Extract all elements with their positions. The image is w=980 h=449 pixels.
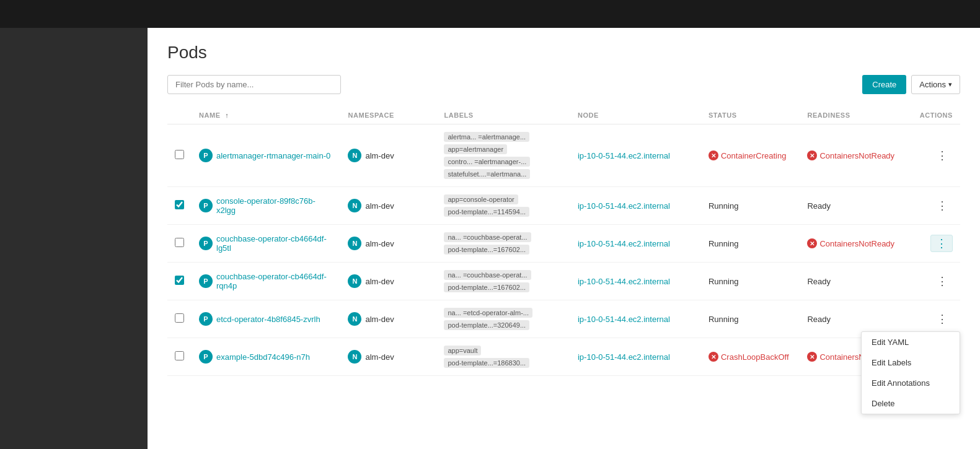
- row-checkbox[interactable]: [175, 313, 184, 323]
- row-readiness-cell: Ready: [800, 187, 911, 225]
- header-readiness: READINESS: [800, 107, 911, 124]
- row-checkbox[interactable]: [175, 200, 184, 209]
- node-link[interactable]: ip-10-0-51-44.ec2.internal: [578, 315, 670, 324]
- label-tag: na... =couchbase-operat...: [444, 232, 531, 242]
- header-status: STATUS: [701, 107, 800, 124]
- status-running-text: Running: [709, 239, 738, 248]
- namespace-type-icon: N: [348, 312, 361, 326]
- row-labels-cell: na... =etcd-operator-alm-...pod-template…: [436, 300, 570, 338]
- label-tag: alertma... =alertmanage...: [444, 132, 529, 142]
- pods-table: NAME ↑ NAMESPACE LABELS NODE STATUS READ…: [167, 107, 960, 376]
- row-name-cell: Pexample-5dbd74c496-n7h: [192, 338, 340, 376]
- row-actions-cell: ⋮: [911, 187, 960, 225]
- label-tag: app=console-operator: [444, 194, 518, 204]
- row-actions-button[interactable]: ⋮: [932, 147, 953, 163]
- row-actions-cell: ⋮: [911, 263, 960, 300]
- create-button[interactable]: Create: [862, 75, 906, 94]
- row-namespace-cell: Nalm-dev: [340, 187, 436, 225]
- pod-name-link[interactable]: etcd-operator-4b8f6845-zvrlh: [216, 315, 320, 324]
- sidebar: [0, 0, 148, 449]
- status-error-icon: ✕: [709, 352, 718, 362]
- row-checkbox-cell: [167, 263, 192, 300]
- row-status-cell: Running: [701, 225, 800, 263]
- dropdown-delete[interactable]: Delete: [862, 393, 960, 414]
- status-error-icon: ✕: [709, 150, 718, 160]
- label-tag: pod-template...=167602...: [444, 245, 529, 255]
- row-labels-cell: app=vaultpod-template...=186830...: [436, 338, 570, 376]
- pod-name-link[interactable]: example-5dbd74c496-n7h: [216, 352, 310, 362]
- node-link[interactable]: ip-10-0-51-44.ec2.internal: [578, 239, 670, 248]
- row-namespace-cell: Nalm-dev: [340, 338, 436, 376]
- topbar: [0, 0, 980, 28]
- page-title: Pods: [167, 43, 960, 63]
- row-readiness-cell: Ready: [800, 263, 911, 300]
- row-node-cell: ip-10-0-51-44.ec2.internal: [570, 338, 701, 376]
- row-status-cell: Running: [701, 187, 800, 225]
- row-node-cell: ip-10-0-51-44.ec2.internal: [570, 187, 701, 225]
- filter-input[interactable]: [167, 75, 341, 94]
- readiness-ok-text: Ready: [807, 201, 831, 211]
- readiness-error-icon: ✕: [807, 352, 817, 362]
- dropdown-edit-annotations[interactable]: Edit Annotations: [862, 373, 960, 393]
- namespace-type-icon: N: [348, 237, 361, 250]
- row-actions-button[interactable]: ⋮: [932, 273, 953, 289]
- header-name[interactable]: NAME ↑: [192, 107, 340, 124]
- label-tag: pod-template...=186830...: [444, 358, 529, 368]
- row-name-cell: Petcd-operator-4b8f6845-zvrlh: [192, 300, 340, 338]
- row-readiness-cell: ✕ContainersNotReady: [800, 225, 911, 263]
- dropdown-edit-labels[interactable]: Edit Labels: [862, 352, 960, 373]
- main-content: Pods Create Actions NAME ↑ NAMESPACE LAB…: [148, 28, 980, 449]
- row-labels-cell: alertma... =alertmanage...app=alertmanag…: [436, 124, 570, 187]
- label-tag: app=alertmanager: [444, 144, 507, 154]
- table-row: Pcouchbase-operator-cb4664df-rqn4pNalm-d…: [167, 263, 960, 300]
- sort-arrow-icon: ↑: [225, 111, 229, 119]
- row-checkbox[interactable]: [175, 351, 184, 360]
- row-actions-cell: ⋮: [911, 124, 960, 187]
- label-tag: statefulset....=alertmana...: [444, 169, 530, 179]
- row-actions-cell: ⋮: [911, 225, 960, 263]
- row-checkbox[interactable]: [175, 238, 184, 247]
- row-actions-button[interactable]: ⋮: [932, 311, 953, 327]
- node-link[interactable]: ip-10-0-51-44.ec2.internal: [578, 151, 670, 160]
- pod-name-link[interactable]: alertmanager-rtmanager-main-0: [216, 151, 330, 160]
- dropdown-edit-yaml[interactable]: Edit YAML: [862, 332, 960, 352]
- row-namespace-cell: Nalm-dev: [340, 225, 436, 263]
- pod-name-link[interactable]: console-operator-89f8c76b-x2lgg: [216, 196, 333, 215]
- row-checkbox[interactable]: [175, 150, 184, 159]
- node-link[interactable]: ip-10-0-51-44.ec2.internal: [578, 352, 670, 362]
- label-tag: pod-template...=114594...: [444, 207, 529, 217]
- actions-button[interactable]: Actions: [911, 75, 960, 94]
- row-checkbox-cell: [167, 300, 192, 338]
- pod-name-link[interactable]: couchbase-operator-cb4664df-lg5tl: [216, 234, 333, 253]
- row-name-cell: Pconsole-operator-89f8c76b-x2lgg: [192, 187, 340, 225]
- row-checkbox[interactable]: [175, 276, 184, 285]
- pod-type-icon: P: [199, 350, 213, 364]
- row-node-cell: ip-10-0-51-44.ec2.internal: [570, 263, 701, 300]
- pod-name-link[interactable]: couchbase-operator-cb4664df-rqn4p: [216, 272, 333, 290]
- label-tag: contro... =alertmanager-...: [444, 157, 530, 167]
- node-link[interactable]: ip-10-0-51-44.ec2.internal: [578, 277, 670, 286]
- status-running-text: Running: [709, 201, 738, 211]
- pod-type-icon: P: [199, 199, 213, 212]
- table-row: Palertmanager-rtmanager-main-0Nalm-deval…: [167, 124, 960, 187]
- row-labels-cell: na... =couchbase-operat...pod-template..…: [436, 225, 570, 263]
- row-checkbox-cell: [167, 338, 192, 376]
- row-name-cell: Pcouchbase-operator-cb4664df-rqn4p: [192, 263, 340, 300]
- row-labels-cell: app=console-operatorpod-template...=1145…: [436, 187, 570, 225]
- pod-type-icon: P: [199, 149, 213, 162]
- table-row: Pexample-5dbd74c496-n7hNalm-devapp=vault…: [167, 338, 960, 376]
- row-actions-button[interactable]: ⋮: [930, 235, 953, 252]
- row-actions-button[interactable]: ⋮: [932, 198, 953, 214]
- pod-type-icon: P: [199, 274, 213, 288]
- readiness-error-icon: ✕: [807, 238, 817, 248]
- label-tag: na... =etcd-operator-alm-...: [444, 308, 532, 318]
- row-readiness-cell: ✕ContainersNotReady: [800, 124, 911, 187]
- status-running-text: Running: [709, 277, 738, 286]
- pod-type-icon: P: [199, 312, 213, 326]
- table-row: Pconsole-operator-89f8c76b-x2lggNalm-dev…: [167, 187, 960, 225]
- row-status-cell: Running: [701, 263, 800, 300]
- row-status-cell: Running: [701, 300, 800, 338]
- label-tag: pod-template...=320649...: [444, 320, 529, 330]
- node-link[interactable]: ip-10-0-51-44.ec2.internal: [578, 201, 670, 211]
- row-name-cell: Pcouchbase-operator-cb4664df-lg5tl: [192, 225, 340, 263]
